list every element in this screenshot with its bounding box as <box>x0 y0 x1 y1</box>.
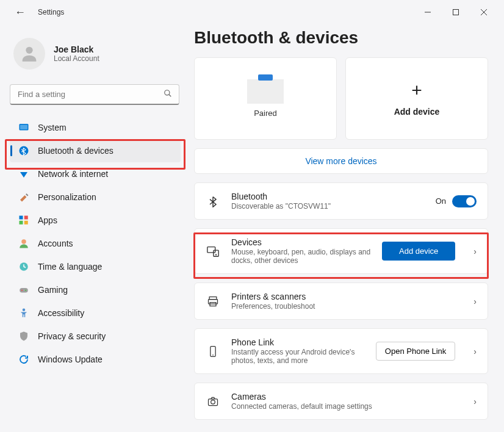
add-device-card[interactable]: + Add device <box>345 57 488 140</box>
svg-point-18 <box>25 290 26 291</box>
sidebar-item-label: Windows Update <box>38 355 103 364</box>
sidebar-item-gaming[interactable]: Gaming <box>10 278 181 301</box>
svg-rect-8 <box>20 125 27 130</box>
plus-icon: + <box>411 81 422 99</box>
sidebar: Joe Black Local Account System Bluetoo <box>0 24 189 432</box>
bluetooth-state-label: On <box>436 196 446 206</box>
sidebar-item-label: Apps <box>38 215 57 225</box>
sidebar-item-personalization[interactable]: Personalization <box>10 185 181 209</box>
apps-icon <box>18 215 29 226</box>
svg-rect-12 <box>20 221 23 225</box>
svg-point-22 <box>216 254 217 255</box>
paired-label: Paired <box>254 109 277 118</box>
update-icon <box>18 354 29 365</box>
sidebar-item-label: Network & internet <box>38 169 108 179</box>
account-type: Local Account <box>54 54 99 63</box>
page-title: Bluetooth & devices <box>194 28 488 48</box>
phone-row[interactable]: Phone Link Instantly access your Android… <box>194 328 488 374</box>
printers-row-icon <box>206 294 220 309</box>
privacy-icon <box>18 331 29 342</box>
svg-point-29 <box>211 400 215 404</box>
minimize-button[interactable] <box>414 2 442 22</box>
sidebar-item-network[interactable]: Network & internet <box>10 162 181 185</box>
sidebar-item-label: Accessibility <box>38 308 84 318</box>
user-name: Joe Black <box>54 45 99 54</box>
svg-rect-13 <box>24 221 28 225</box>
sidebar-item-label: Gaming <box>38 285 68 295</box>
svg-point-5 <box>165 90 170 95</box>
search-input[interactable] <box>10 84 179 105</box>
back-button[interactable]: ← <box>15 6 26 19</box>
window-title: Settings <box>38 8 64 16</box>
svg-rect-11 <box>24 216 28 220</box>
gaming-icon <box>18 284 29 295</box>
svg-rect-1 <box>453 10 459 15</box>
svg-point-19 <box>23 309 26 312</box>
avatar <box>13 38 45 70</box>
cameras-title: Cameras <box>231 392 455 401</box>
content-area: Bluetooth & devices Paired + Add device … <box>189 24 504 432</box>
sidebar-item-label: System <box>38 123 67 132</box>
paired-device-card[interactable]: Paired <box>194 57 337 140</box>
search-icon <box>164 89 172 100</box>
system-icon <box>18 122 29 133</box>
svg-point-17 <box>21 290 23 291</box>
printers-title: Printers & scanners <box>231 292 455 301</box>
svg-rect-20 <box>207 247 215 252</box>
chevron-right-icon[interactable]: › <box>473 297 477 306</box>
svg-rect-10 <box>20 216 23 220</box>
sidebar-item-label: Personalization <box>38 192 96 202</box>
sidebar-item-accessibility[interactable]: Accessibility <box>10 301 181 325</box>
chevron-right-icon[interactable]: › <box>473 347 477 356</box>
device-thumbnail <box>247 79 284 104</box>
maximize-button[interactable] <box>442 2 470 22</box>
devices-row-icon <box>206 244 220 259</box>
svg-rect-23 <box>209 297 217 299</box>
svg-point-14 <box>21 239 26 244</box>
cameras-row[interactable]: Cameras Connected cameras, default image… <box>194 383 488 420</box>
bluetooth-icon <box>18 145 29 156</box>
bluetooth-desc: Discoverable as "CTOSVW11" <box>231 202 425 211</box>
accessibility-icon <box>18 308 29 319</box>
time-icon <box>18 261 29 272</box>
sidebar-item-accounts[interactable]: Accounts <box>10 232 181 255</box>
phone-desc: Instantly access your Android device's p… <box>231 348 365 365</box>
sidebar-item-privacy[interactable]: Privacy & security <box>10 325 181 348</box>
devices-desc: Mouse, keyboard, pen, audio, displays an… <box>231 248 371 265</box>
accounts-icon <box>18 238 29 249</box>
printers-desc: Preferences, troubleshoot <box>231 302 455 311</box>
svg-rect-16 <box>20 288 28 293</box>
open-phone-link-button[interactable]: Open Phone Link <box>376 342 455 361</box>
network-icon <box>18 168 29 179</box>
sidebar-item-label: Privacy & security <box>38 331 106 341</box>
svg-rect-21 <box>214 250 218 256</box>
titlebar: ← Settings <box>0 0 504 24</box>
close-button[interactable] <box>470 2 498 22</box>
sidebar-item-apps[interactable]: Apps <box>10 209 181 232</box>
svg-point-4 <box>26 47 32 54</box>
devices-row[interactable]: Devices Mouse, keyboard, pen, audio, dis… <box>194 228 488 274</box>
add-device-button[interactable]: Add device <box>382 242 455 261</box>
chevron-right-icon[interactable]: › <box>473 247 477 256</box>
bluetooth-toggle[interactable] <box>452 195 477 207</box>
phone-title: Phone Link <box>231 337 365 347</box>
view-more-devices[interactable]: View more devices <box>194 148 488 174</box>
sidebar-item-time[interactable]: Time & language <box>10 255 181 278</box>
chevron-right-icon[interactable]: › <box>473 397 477 406</box>
sidebar-item-label: Time & language <box>38 262 102 272</box>
sidebar-item-bluetooth[interactable]: Bluetooth & devices <box>10 139 181 162</box>
printers-row[interactable]: Printers & scanners Preferences, trouble… <box>194 283 488 320</box>
bluetooth-row[interactable]: Bluetooth Discoverable as "CTOSVW11" On <box>194 182 488 220</box>
sidebar-item-system[interactable]: System <box>10 116 181 139</box>
cameras-row-icon <box>206 394 220 409</box>
personalization-icon <box>18 192 29 203</box>
bluetooth-row-icon <box>206 194 220 209</box>
svg-line-6 <box>169 95 171 97</box>
user-section[interactable]: Joe Black Local Account <box>10 31 189 79</box>
cameras-desc: Connected cameras, default image setting… <box>231 402 455 411</box>
phone-row-icon <box>206 344 220 359</box>
bluetooth-title: Bluetooth <box>231 192 425 201</box>
sidebar-item-update[interactable]: Windows Update <box>10 348 181 371</box>
sidebar-item-label: Accounts <box>38 239 73 248</box>
sidebar-item-label: Bluetooth & devices <box>38 146 113 156</box>
